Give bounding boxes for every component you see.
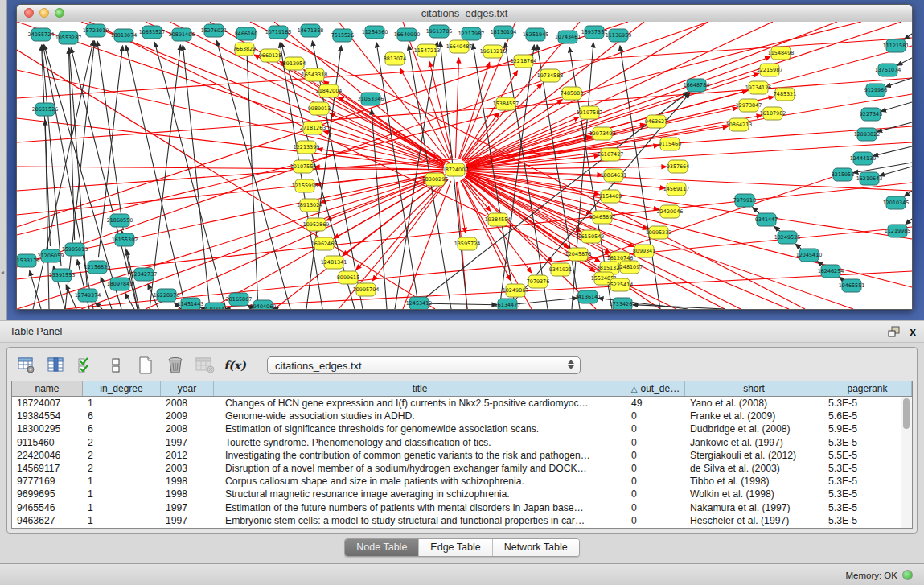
graph-node[interactable]: 12156829 — [84, 261, 111, 274]
graph-node[interactable]: 10465551 — [839, 279, 865, 292]
graph-node[interactable]: 9341921 — [549, 263, 572, 276]
graph-node[interactable]: 21860550 — [107, 214, 133, 227]
graph-node[interactable]: 27181263 — [300, 122, 326, 134]
graph-node[interactable]: 21053346 — [358, 93, 384, 105]
graph-node[interactable]: 8099615 — [337, 271, 359, 284]
graph-node[interactable]: 11219985 — [885, 225, 911, 237]
column-header-out_de[interactable]: △out_de… — [626, 381, 685, 396]
graph-node[interactable]: 18097841 — [107, 278, 133, 290]
graph-node[interactable]: 16107982 — [760, 107, 786, 120]
graph-node[interactable]: 20891406 — [169, 28, 195, 41]
table-selector-dropdown[interactable]: citations_edges.txt — [267, 356, 581, 374]
graph-node[interactable]: 7979918 — [733, 194, 756, 207]
graph-node[interactable]: 24055724 — [28, 28, 55, 41]
graph-node[interactable]: 24202448 — [202, 303, 228, 309]
citation-edge-black[interactable] — [881, 102, 912, 111]
graph-node[interactable]: 16640900 — [394, 28, 421, 41]
citation-edge-red[interactable] — [146, 175, 444, 309]
graph-node[interactable]: 9227343 — [860, 108, 882, 121]
graph-node[interactable]: 18724007 — [442, 163, 469, 176]
graph-node[interactable]: 25225414 — [607, 278, 634, 291]
table-row[interactable]: 2242004622012Investigating the contribut… — [12, 449, 912, 462]
column-header-name[interactable]: name — [12, 381, 83, 396]
zoom-window-icon[interactable] — [55, 8, 64, 18]
select-rows-icon[interactable] — [76, 355, 97, 376]
citation-edge-red[interactable] — [17, 183, 912, 279]
table-scrollbar[interactable] — [901, 397, 912, 528]
graph-node[interactable]: 7979376 — [527, 275, 549, 288]
column-header-pagerank[interactable]: pagerank — [823, 381, 912, 396]
graph-node[interactable]: 13595724 — [454, 237, 481, 250]
network-window-titlebar[interactable]: citations_edges.txt — [17, 5, 912, 23]
graph-node[interactable]: 12481097 — [617, 261, 643, 274]
graph-node[interactable]: 10864213 — [726, 118, 753, 131]
table-row[interactable]: 977716911998Corpus callosum shape and si… — [12, 475, 912, 488]
citation-edge-black[interactable] — [880, 167, 912, 175]
memory-status-icon[interactable] — [902, 570, 913, 580]
table-row[interactable]: 1872400712008Changes of HCN gene express… — [12, 397, 912, 410]
graph-node[interactable]: 10743461 — [555, 31, 581, 43]
citation-edge-black[interactable] — [795, 244, 802, 249]
citation-edge-red[interactable] — [17, 22, 708, 267]
graph-node[interactable]: 19404069 — [250, 300, 277, 309]
graph-node[interactable]: 14569117 — [663, 183, 690, 196]
row-height-icon[interactable] — [105, 355, 126, 376]
citation-edge-black[interactable] — [904, 34, 912, 39]
graph-node[interactable]: 10553287 — [55, 31, 82, 44]
graph-node[interactable]: 15276021 — [201, 24, 228, 37]
graph-node[interactable]: 12215987 — [757, 64, 783, 76]
close-icon[interactable]: x — [910, 321, 916, 342]
citation-edge-black[interactable] — [376, 43, 419, 309]
graph-node[interactable]: 10995232 — [646, 226, 672, 239]
graph-node[interactable]: 7663822 — [233, 43, 256, 56]
close-window-icon[interactable] — [24, 8, 34, 18]
minimize-window-icon[interactable] — [39, 8, 49, 18]
citation-edge-red[interactable] — [466, 22, 773, 165]
table-row[interactable]: 1938455462009Genome-wide association stu… — [12, 410, 912, 422]
graph-node[interactable]: 12217987 — [458, 27, 485, 40]
citation-edge-black[interactable] — [774, 226, 780, 231]
graph-node[interactable]: 10864631 — [601, 169, 627, 182]
graph-node[interactable]: 12342737 — [131, 268, 158, 281]
graph-node[interactable]: 12093822 — [854, 128, 881, 141]
graph-node[interactable]: 8813074 — [384, 52, 406, 65]
graph-node[interactable]: 15384557 — [493, 97, 519, 110]
graph-node[interactable]: 13391553 — [49, 269, 76, 282]
graph-node[interactable]: 15723019 — [83, 24, 109, 37]
table-row[interactable]: 946554611997Estimation of the future num… — [12, 501, 912, 514]
graph-node[interactable]: 9660128 — [259, 49, 281, 62]
graph-node[interactable]: 16228976 — [154, 289, 180, 302]
graph-node[interactable]: 19734583 — [537, 69, 564, 82]
graph-node[interactable]: 16246254 — [818, 265, 844, 278]
graph-node[interactable]: 16251945 — [523, 28, 549, 41]
citation-edge-black[interactable] — [897, 58, 912, 65]
graph-node[interactable]: 12453412 — [406, 297, 433, 309]
scrollbar-thumb[interactable] — [903, 398, 910, 429]
citation-edge-black[interactable] — [150, 45, 180, 309]
delete-table-icon[interactable] — [195, 355, 216, 376]
graph-node[interactable]: 12218764 — [511, 55, 537, 68]
graph-node[interactable]: 21842004 — [316, 84, 343, 97]
graph-node[interactable]: 10249525 — [774, 231, 801, 244]
panel-collapse-handle[interactable]: ◂ — [1, 269, 5, 276]
table-row[interactable]: 911546021997Tourette syndrome. Phenomeno… — [12, 436, 912, 449]
graph-node[interactable]: 16107427 — [598, 148, 624, 161]
graph-node[interactable]: 10107554 — [290, 160, 317, 173]
citation-edge-black[interactable] — [906, 219, 912, 225]
graph-node[interactable]: 19613705 — [426, 25, 453, 38]
column-header-year[interactable]: year — [161, 381, 214, 396]
graph-node[interactable]: 12749374 — [75, 289, 101, 302]
graph-node[interactable]: 19613216 — [480, 45, 507, 58]
graph-node[interactable]: 10995794 — [353, 283, 380, 296]
graph-node[interactable]: 15905013 — [62, 243, 88, 256]
citation-edge-black[interactable] — [840, 277, 844, 280]
citation-edge-black[interactable] — [280, 43, 322, 309]
graph-node[interactable]: 9154469 — [599, 190, 622, 203]
network-canvas[interactable]: 2405572410553287157230191881307410653527… — [17, 22, 912, 309]
graph-node[interactable]: 12973493 — [589, 127, 616, 140]
citation-edge-black[interactable] — [125, 293, 134, 309]
table-settings-icon[interactable] — [16, 355, 37, 376]
graph-node[interactable]: 18913024 — [297, 199, 323, 212]
graph-node[interactable]: 9129966 — [864, 84, 887, 97]
citation-edge-black[interactable] — [904, 191, 912, 196]
